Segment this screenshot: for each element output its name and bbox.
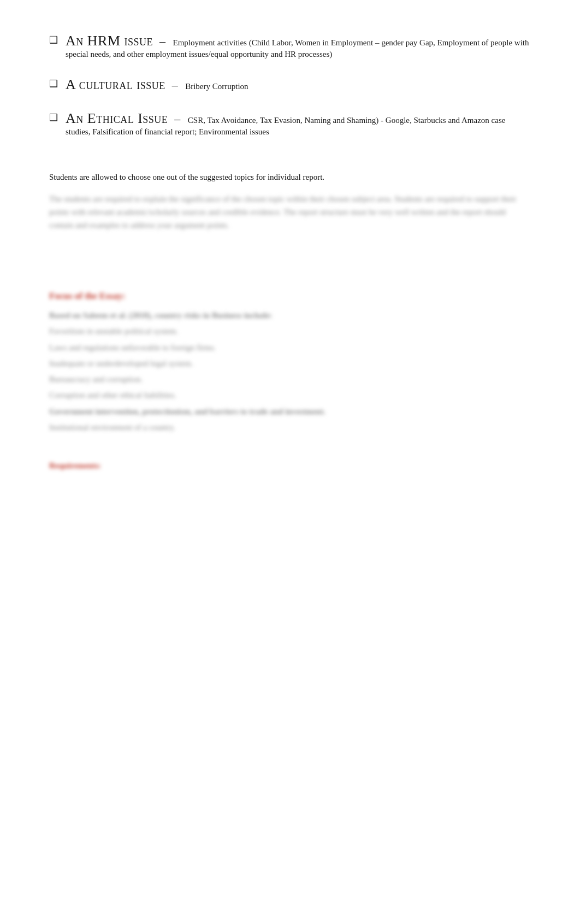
hrm-content: An HRM issue – Employment activities (Ch… (66, 33, 531, 59)
bullet-icon-hrm: ❑ (49, 34, 58, 46)
blurred-paragraph-1: The students are required to explain the… (49, 192, 531, 232)
focus-intro: Based on Saleem et al. (2010), country r… (49, 309, 531, 322)
focus-item-4: Corruption and other ethical liabilities… (49, 389, 531, 402)
students-note: Students are allowed to choose one out o… (49, 170, 531, 184)
cultural-heading: A cultural issue – Bribery Corruption (66, 81, 248, 91)
bullet-ethical: ❑ An Ethical Issue – CSR, Tax Avoidance,… (49, 110, 531, 137)
bullet-icon-cultural: ❑ (49, 78, 58, 90)
bullet-icon-ethical: ❑ (49, 111, 58, 123)
hrm-heading: An HRM issue – Employment activities (Ch… (66, 38, 529, 58)
focus-item-6: Institutional environment of a country. (49, 421, 531, 434)
focus-item-1: Laws and regulations unfavorable to fore… (49, 342, 531, 354)
ethical-content: An Ethical Issue – CSR, Tax Avoidance, T… (66, 110, 531, 137)
focus-item-2: Inadequate or underdeveloped legal syste… (49, 357, 531, 370)
focus-item-0: Favoritism in unstable political system. (49, 325, 531, 338)
cultural-content: A cultural issue – Bribery Corruption (66, 76, 531, 93)
focus-heading: Focus of the Essay: (49, 291, 531, 302)
focus-item-5: Government intervention, protectionism, … (49, 405, 531, 418)
bullet-hrm: ❑ An HRM issue – Employment activities (… (49, 33, 531, 59)
references-label: Requirements: (49, 461, 531, 470)
focus-item-3: Bureaucracy and corruption. (49, 373, 531, 386)
ethical-heading: An Ethical Issue – CSR, Tax Avoidance, T… (66, 115, 505, 136)
bullet-cultural: ❑ A cultural issue – Bribery Corruption (49, 76, 531, 93)
